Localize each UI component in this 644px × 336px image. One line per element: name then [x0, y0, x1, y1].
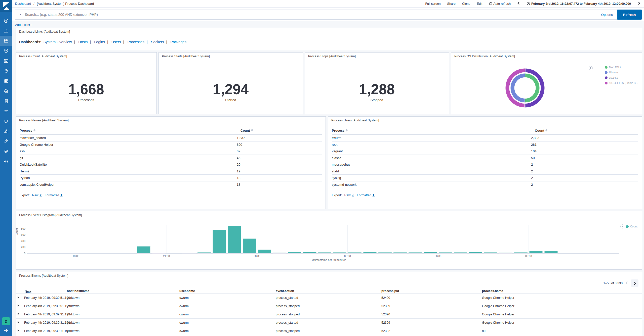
table-row[interactable]: com.apple.iCloudHelper18: [20, 181, 322, 188]
sidebar-item-visualize[interactable]: [0, 26, 12, 36]
histogram-bar-09:30[interactable]: [544, 251, 558, 253]
sidebar-item-management[interactable]: [0, 156, 12, 166]
table-row[interactable]: git46: [20, 155, 322, 162]
histogram-bar-03:30[interactable]: [363, 252, 377, 253]
legend-item-18-04-1-lts-bionic-b-[interactable]: 18.04.1 LTS (Bionic B...: [605, 81, 638, 84]
table-row[interactable]: mdworker_shared1,237: [20, 135, 322, 141]
time-back-button[interactable]: [517, 2, 520, 6]
histogram-bar-02:30[interactable]: [333, 252, 346, 253]
legend-item-10-14-2[interactable]: 10.14.2: [605, 76, 638, 79]
expand-row-icon[interactable]: [18, 296, 19, 299]
time-forward-button[interactable]: [637, 2, 640, 6]
legend-toggle-icon[interactable]: [589, 66, 593, 70]
sidebar-item-canvas[interactable]: [0, 56, 12, 66]
column-header-action[interactable]: event.action: [276, 289, 294, 293]
event-row[interactable]: February 4th 2019, 09:39:31.199yorktownc…: [16, 310, 642, 319]
histogram-bar-03:00[interactable]: [348, 252, 361, 253]
histogram-bar-06:30[interactable]: [454, 252, 467, 253]
histogram-bar-08:00[interactable]: [499, 253, 512, 253]
histogram-bar-22:00[interactable]: [197, 252, 211, 253]
column-header-name[interactable]: process.name: [482, 289, 503, 293]
sidebar-item-logs[interactable]: [0, 96, 12, 106]
table-row[interactable]: messagebus2: [332, 161, 638, 168]
table-row[interactable]: elastic50: [332, 155, 638, 162]
event-row[interactable]: February 4th 2019, 09:39:51.199yorktownc…: [16, 294, 642, 302]
sidebar-item-monitoring[interactable]: [0, 146, 12, 156]
table-row[interactable]: root281: [332, 141, 638, 148]
export-raw-link[interactable]: Raw: [32, 194, 42, 197]
dashboard-link-logins[interactable]: Logins: [94, 40, 105, 44]
histogram-bar-08:30[interactable]: [514, 252, 528, 253]
column-header-count[interactable]: Count: [535, 129, 547, 132]
sidebar-item-discover[interactable]: [0, 16, 12, 26]
histogram-bar-00:00[interactable]: [258, 250, 271, 253]
table-row[interactable]: vagrant104: [332, 148, 638, 155]
table-row[interactable]: Google Chrome Helper890: [20, 141, 322, 148]
sidebar-expand-icon[interactable]: [0, 327, 12, 334]
os-distribution-donut-chart[interactable]: [504, 67, 546, 109]
pagination-prev-icon[interactable]: [625, 281, 628, 285]
table-row[interactable]: Python18: [20, 175, 322, 181]
sidebar-item-uptime[interactable]: [0, 116, 12, 126]
kibana-logo[interactable]: [0, 0, 12, 12]
export-raw-link[interactable]: Raw: [344, 194, 354, 197]
event-row[interactable]: February 4th 2019, 09:39:31.199yorktownc…: [16, 319, 642, 327]
histogram-bar-06:00[interactable]: [439, 252, 452, 253]
event-row[interactable]: February 4th 2019, 09:39:11.198yorktownc…: [16, 327, 642, 335]
histogram-bar-04:00[interactable]: [378, 252, 392, 253]
legend-toggle-icon[interactable]: [620, 224, 624, 228]
dashboard-link-packages[interactable]: Packages: [170, 40, 186, 44]
expand-row-icon[interactable]: [18, 313, 19, 315]
column-header-count[interactable]: Count: [240, 129, 253, 132]
table-row[interactable]: statd2: [332, 168, 638, 175]
edit-button[interactable]: Edit: [477, 2, 482, 6]
share-button[interactable]: Share: [447, 2, 456, 6]
dashboard-link-hosts[interactable]: Hosts: [78, 40, 88, 44]
table-row[interactable]: cwurm2,883: [332, 135, 638, 141]
table-row[interactable]: QuickLookSatellite20: [20, 161, 322, 168]
table-row[interactable]: syslog2: [332, 175, 638, 181]
histogram-plot-area[interactable]: [27, 225, 619, 253]
histogram-bar-23:00[interactable]: [228, 226, 241, 253]
export-formatted-link[interactable]: Formatted: [45, 194, 63, 197]
breadcrumb-dashboard-link[interactable]: Dashboard: [15, 2, 31, 6]
column-header-user[interactable]: user.name: [179, 289, 195, 293]
column-header-host[interactable]: host.hostname: [67, 289, 89, 293]
sidebar-item-graph[interactable]: [0, 126, 12, 136]
options-link[interactable]: Options: [601, 13, 613, 17]
histogram-bar-21:30[interactable]: [182, 253, 196, 253]
clone-button[interactable]: Clone: [462, 2, 470, 6]
dashboard-link-processes[interactable]: Processes: [127, 40, 144, 44]
time-picker[interactable]: February 3rd 2019, 16:22:07.472 to Febru…: [527, 2, 631, 6]
sidebar-item-maps[interactable]: [0, 66, 12, 76]
export-formatted-link[interactable]: Formatted: [357, 194, 375, 197]
add-filter-link[interactable]: Add a filter +: [15, 23, 33, 27]
sidebar-item-machine-learning[interactable]: [0, 76, 12, 86]
auto-refresh-button[interactable]: Auto-refresh: [489, 2, 511, 6]
sidebar-item-timelion[interactable]: [0, 46, 12, 56]
histogram-bar-02:00[interactable]: [318, 252, 332, 253]
expand-row-icon[interactable]: [18, 329, 19, 332]
histogram-bar-23:30[interactable]: [243, 238, 256, 253]
table-row[interactable]: systemd-network2: [332, 181, 638, 188]
legend-item-count[interactable]: Count: [626, 225, 637, 228]
refresh-button[interactable]: Refresh: [617, 10, 642, 20]
histogram-bar-01:30[interactable]: [303, 252, 316, 253]
table-row[interactable]: iTerm219: [20, 168, 322, 175]
histogram-bar-22:30[interactable]: [213, 230, 226, 253]
legend-item-ubuntu[interactable]: Ubuntu: [605, 71, 638, 74]
sidebar-item-dev-tools[interactable]: [0, 136, 12, 146]
sidebar-item-dashboard[interactable]: [0, 36, 12, 46]
sidebar-item-infrastructure[interactable]: [0, 106, 12, 116]
sidebar-item-apm[interactable]: [0, 86, 12, 96]
dashboard-link-sockets[interactable]: Sockets: [151, 40, 164, 44]
event-row[interactable]: February 4th 2019, 09:39:51.199yorktownc…: [16, 302, 642, 310]
full-screen-button[interactable]: Full screen: [425, 2, 440, 6]
histogram-bar-00:30[interactable]: [273, 253, 286, 253]
histogram-bar-09:00[interactable]: [529, 251, 543, 253]
histogram-bar-05:00[interactable]: [409, 252, 422, 253]
histogram-bar-20:30[interactable]: [152, 253, 166, 253]
column-header-process[interactable]: Process: [332, 129, 348, 132]
histogram-bar-01:00[interactable]: [288, 252, 301, 253]
histogram-bar-20:00[interactable]: [137, 246, 150, 253]
